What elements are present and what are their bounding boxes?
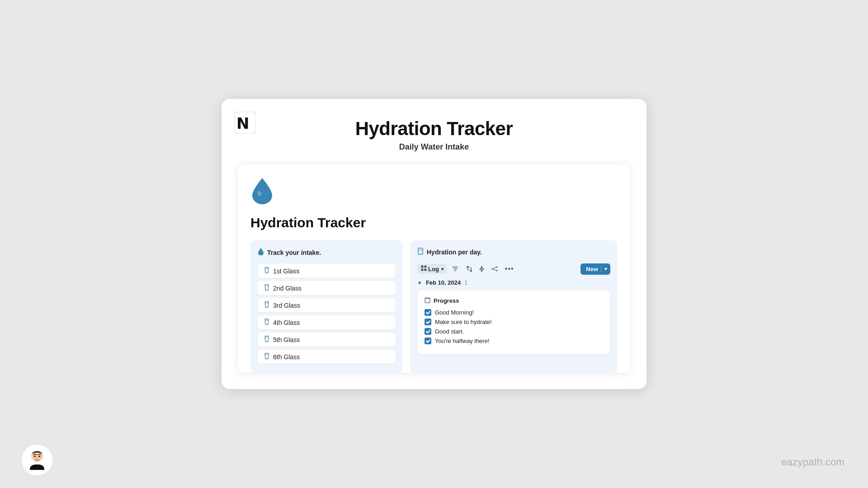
glass-item[interactable]: 6th Glass — [258, 350, 396, 364]
glass-icon-2 — [264, 301, 269, 309]
glass-item[interactable]: 5th Glass — [258, 333, 396, 347]
toolbar-lightning-btn[interactable] — [477, 264, 486, 274]
page-subtitle: Daily Water Intake — [238, 142, 630, 152]
glass-icon-5 — [264, 353, 269, 361]
svg-point-32 — [38, 455, 40, 457]
right-col-header-text: Hydration per day. — [427, 249, 482, 256]
glass-item[interactable]: 2nd Glass — [258, 281, 396, 295]
glass-label-3: 4th Glass — [273, 319, 300, 326]
toolbar-sort-btn[interactable] — [463, 264, 474, 274]
page-title: Hydration Tracker — [238, 118, 630, 140]
checklist-item[interactable]: Make sure to hydrate! — [425, 319, 603, 325]
checklist-label-2: Good start. — [435, 328, 464, 335]
glass-item[interactable]: 4th Glass — [258, 315, 396, 329]
glass-item[interactable]: 3rd Glass — [258, 298, 396, 312]
svg-point-22 — [496, 270, 497, 272]
left-column: Track your intake. 1st Glass 2nd Glas — [250, 240, 403, 373]
progress-trash-icon — [425, 297, 430, 305]
checkbox-0 — [425, 309, 431, 316]
svg-rect-12 — [425, 266, 427, 268]
checkbox-3 — [425, 338, 431, 344]
notion-logo: 𝗡 — [234, 112, 256, 133]
right-col-glass-icon — [417, 248, 424, 257]
checkbox-1 — [425, 319, 431, 325]
new-btn-chevron-icon: ▾ — [601, 266, 610, 272]
avatar — [22, 445, 52, 475]
new-button[interactable]: New ▾ — [580, 263, 610, 275]
left-col-header: Track your intake. — [258, 248, 396, 258]
svg-text:𝗡: 𝗡 — [236, 115, 249, 132]
progress-header: Progress — [425, 297, 603, 305]
toolbar-share-btn[interactable] — [489, 264, 500, 273]
inner-title: Hydration Tracker — [250, 215, 618, 230]
checklist-item[interactable]: Good start. — [425, 328, 603, 335]
glass-label-0: 1st Glass — [273, 267, 299, 275]
glass-label-1: 2nd Glass — [273, 285, 302, 292]
checklist-label-0: Good Morning! — [435, 309, 474, 316]
svg-point-31 — [34, 455, 36, 457]
glass-icon-1 — [264, 284, 269, 292]
svg-rect-13 — [421, 269, 424, 271]
water-drop-icon — [250, 177, 618, 211]
date-row: ▼ Feb 10, 2024 1 — [417, 279, 610, 286]
svg-point-20 — [491, 268, 493, 270]
glass-item[interactable]: 1st Glass — [258, 264, 396, 278]
svg-rect-14 — [425, 269, 427, 271]
new-btn-label: New — [586, 266, 601, 272]
svg-rect-11 — [421, 266, 424, 268]
glass-list: 1st Glass 2nd Glass 3rd Glass — [258, 264, 396, 364]
toolbar: Log ▾ — [417, 263, 610, 275]
inner-card: Hydration Tracker Track your intake. — [238, 164, 630, 373]
glass-label-2: 3rd Glass — [273, 302, 300, 309]
progress-header-text: Progress — [434, 297, 459, 304]
toolbar-view-label: Log — [428, 266, 439, 272]
toolbar-view-btn[interactable]: Log ▾ — [417, 264, 447, 274]
columns: Track your intake. 1st Glass 2nd Glas — [250, 240, 618, 373]
date-collapse-arrow[interactable]: ▼ — [417, 280, 422, 286]
progress-card: Progress Good Morning! Make sure to hydr… — [417, 291, 610, 354]
glass-label-5: 6th Glass — [273, 353, 300, 361]
checklist-label-3: You're halfway there! — [435, 338, 490, 344]
watermark: eazypath.com — [781, 456, 844, 468]
toolbar-grid-icon — [421, 265, 427, 272]
right-column: Hydration per day. Log — [410, 240, 618, 373]
toolbar-filter-btn[interactable] — [450, 264, 461, 273]
checklist: Good Morning! Make sure to hydrate! Good… — [425, 309, 603, 344]
glass-icon-4 — [264, 336, 269, 343]
outer-card: 𝗡 Hydration Tracker Daily Water Intake H… — [222, 99, 646, 389]
right-col-header: Hydration per day. — [417, 248, 610, 257]
left-col-drop-icon — [258, 248, 264, 258]
checklist-item[interactable]: You're halfway there! — [425, 338, 603, 344]
toolbar-more-btn[interactable]: ••• — [503, 263, 516, 275]
toolbar-view-chevron: ▾ — [441, 267, 443, 272]
checklist-item[interactable]: Good Morning! — [425, 309, 603, 316]
glass-icon-0 — [264, 267, 269, 275]
checklist-label-1: Make sure to hydrate! — [435, 319, 492, 325]
svg-rect-25 — [425, 298, 430, 303]
glass-icon-3 — [264, 319, 269, 326]
svg-point-21 — [496, 267, 497, 268]
left-col-header-text: Track your intake. — [267, 249, 321, 256]
date-count: 1 — [464, 280, 467, 286]
svg-rect-9 — [418, 248, 423, 254]
svg-line-24 — [493, 269, 496, 271]
date-text: Feb 10, 2024 — [426, 279, 461, 286]
svg-line-23 — [493, 267, 496, 269]
glass-label-4: 5th Glass — [273, 336, 300, 343]
checkbox-2 — [425, 328, 431, 335]
